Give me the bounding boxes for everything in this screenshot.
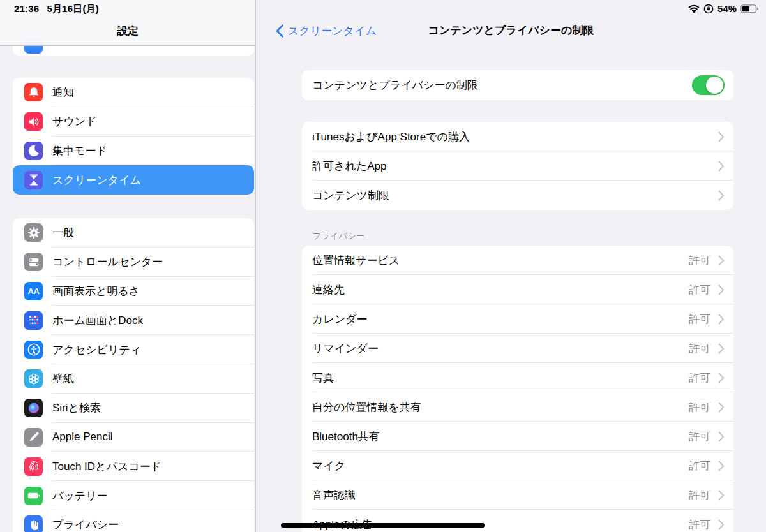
home-screen-dock-icon xyxy=(24,311,43,330)
orientation-lock-icon xyxy=(703,4,714,14)
chevron-right-icon xyxy=(718,161,725,172)
row-value: 許可 xyxy=(689,400,710,415)
chevron-right-icon xyxy=(718,490,725,501)
wifi-icon xyxy=(688,4,700,13)
touch-id-icon xyxy=(24,457,43,476)
battery-percent: 54% xyxy=(717,3,737,14)
sidebar-item-home-screen[interactable]: ホーム画面とDock xyxy=(13,306,254,335)
row-label: 写真 xyxy=(312,371,689,385)
sidebar-item-label: バッテリー xyxy=(52,489,108,503)
row-location-services[interactable]: 位置情報サービス 許可 xyxy=(302,246,733,275)
restrictions-toggle-row: コンテンツとプライバシーの制限 xyxy=(302,70,733,100)
display-brightness-icon: AA xyxy=(24,282,43,300)
back-button[interactable]: スクリーンタイム xyxy=(276,15,377,46)
sidebar-item-apple-pencil[interactable]: Apple Pencil xyxy=(13,423,254,452)
notifications-bell-icon xyxy=(24,83,43,101)
general-gear-icon xyxy=(24,223,43,242)
chevron-right-icon xyxy=(718,402,725,413)
row-value: 許可 xyxy=(689,459,710,473)
sidebar-item-notifications[interactable]: 通知 xyxy=(13,78,254,107)
sidebar-item-accessibility[interactable]: アクセシビリティ xyxy=(13,335,254,364)
wallpaper-flower-icon xyxy=(24,369,43,388)
chevron-right-icon xyxy=(718,373,725,383)
row-itunes-app-store-purchases[interactable]: iTunesおよびApp Storeでの購入 xyxy=(302,122,733,151)
row-label: 自分の位置情報を共有 xyxy=(312,400,689,415)
sounds-speaker-icon xyxy=(24,112,43,131)
row-value: 許可 xyxy=(689,371,710,385)
row-microphone[interactable]: マイク 許可 xyxy=(302,451,733,480)
sidebar-group-1: 通知 サウンド 集中モード スクリーンタイム xyxy=(13,78,254,195)
chevron-right-icon xyxy=(718,284,725,295)
sidebar-item-label: サウンド xyxy=(52,114,97,129)
sidebar-item-display[interactable]: AA 画面表示と明るさ xyxy=(13,277,254,306)
row-content-restrictions[interactable]: コンテンツ制限 xyxy=(302,181,733,210)
row-label: リマインダー xyxy=(312,341,689,356)
row-label: コンテンツ制限 xyxy=(312,188,718,203)
ipad-settings-screen: 21:36 5月16日(月) 54% xyxy=(0,0,766,532)
detail-nav-bar: コンテンツとプライバシーの制限 スクリーンタイム xyxy=(256,15,766,46)
sidebar-title: 設定 xyxy=(0,24,255,38)
row-bluetooth-sharing[interactable]: Bluetooth共有 許可 xyxy=(302,422,733,451)
sidebar-item-privacy[interactable]: プライバシー xyxy=(13,510,254,532)
home-indicator[interactable] xyxy=(281,523,485,528)
status-date: 5月16日(月) xyxy=(47,3,99,15)
back-label: スクリーンタイム xyxy=(288,24,377,38)
sidebar-item-label: 壁紙 xyxy=(52,371,74,386)
sidebar-item-label: アクセシビリティ xyxy=(52,343,141,357)
sidebar-item-battery[interactable]: バッテリー xyxy=(13,481,254,510)
sidebar-item-label: 一般 xyxy=(52,225,74,240)
row-value: 許可 xyxy=(689,517,710,532)
sidebar-item-label: Siriと検索 xyxy=(52,401,101,415)
restrictions-toggle[interactable] xyxy=(692,75,725,95)
row-label: 許可されたApp xyxy=(312,159,718,174)
row-reminders[interactable]: リマインダー 許可 xyxy=(302,334,733,363)
row-value: 許可 xyxy=(689,283,710,297)
chevron-right-icon xyxy=(718,131,725,142)
row-label: 位置情報サービス xyxy=(312,253,689,268)
status-bar: 21:36 5月16日(月) 54% xyxy=(0,0,766,15)
sidebar-item-label: Touch IDとパスコード xyxy=(52,459,161,474)
sidebar-item-label: ホーム画面とDock xyxy=(52,313,143,328)
status-time: 21:36 xyxy=(14,3,39,15)
control-center-icon xyxy=(24,253,43,271)
privacy-card: 位置情報サービス 許可 連絡先 許可 カレンダー 許可 リマインダー 許可 写真… xyxy=(302,246,733,532)
sidebar-item-label: プライバシー xyxy=(52,517,119,532)
row-apple-advertising[interactable]: Appleの広告 許可 xyxy=(302,510,733,532)
sidebar-item-general[interactable]: 一般 xyxy=(13,218,254,248)
row-contacts[interactable]: 連絡先 許可 xyxy=(302,275,733,304)
sidebar-item-focus[interactable]: 集中モード xyxy=(13,137,254,166)
apple-pencil-icon xyxy=(24,428,43,447)
screen-time-hourglass-icon xyxy=(24,171,43,189)
sidebar-item-sounds[interactable]: サウンド xyxy=(13,107,254,137)
sidebar-item-touch-id[interactable]: Touch IDとパスコード xyxy=(13,452,254,481)
sidebar-item-label: 画面表示と明るさ xyxy=(52,284,140,299)
battery-green-icon xyxy=(24,487,43,505)
row-label: マイク xyxy=(312,459,689,473)
chevron-right-icon xyxy=(718,461,725,471)
sidebar-item-label: コントロールセンター xyxy=(52,255,163,269)
row-value: 許可 xyxy=(689,253,710,268)
siri-icon xyxy=(24,399,43,417)
row-label: Bluetooth共有 xyxy=(312,429,689,444)
row-share-my-location[interactable]: 自分の位置情報を共有 許可 xyxy=(302,392,733,422)
sidebar-item-screen-time[interactable]: スクリーンタイム xyxy=(13,165,254,195)
sidebar-item-label: 通知 xyxy=(52,85,74,100)
chevron-right-icon xyxy=(718,431,725,442)
row-label: 連絡先 xyxy=(312,283,689,297)
settings-sidebar: 設定 通知 サウンド 集中モード xyxy=(0,0,256,532)
row-value: 許可 xyxy=(689,488,710,503)
row-value: 許可 xyxy=(689,312,710,327)
detail-pane: コンテンツとプライバシーの制限 スクリーンタイム コンテンツとプライバシーの制限… xyxy=(256,0,766,532)
sidebar-item-wallpaper[interactable]: 壁紙 xyxy=(13,364,254,394)
row-calendars[interactable]: カレンダー 許可 xyxy=(302,304,733,334)
sidebar-item-control-center[interactable]: コントロールセンター xyxy=(13,248,254,277)
row-value: 許可 xyxy=(689,341,710,356)
chevron-right-icon xyxy=(718,519,725,530)
row-speech-recognition[interactable]: 音声認識 許可 xyxy=(302,480,733,510)
sidebar-item-label: スクリーンタイム xyxy=(52,173,141,188)
sidebar-item-siri[interactable]: Siriと検索 xyxy=(13,394,254,423)
row-label: iTunesおよびApp Storeでの購入 xyxy=(312,129,718,144)
row-allowed-apps[interactable]: 許可されたApp xyxy=(302,151,733,181)
restrictions-toggle-card: コンテンツとプライバシーの制限 xyxy=(302,70,733,100)
row-photos[interactable]: 写真 許可 xyxy=(302,363,733,392)
